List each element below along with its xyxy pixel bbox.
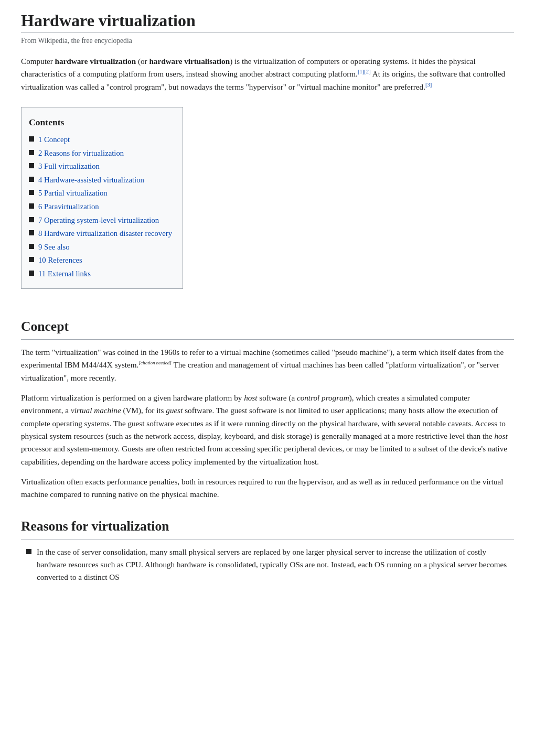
section-concept-title: Concept — [21, 316, 514, 340]
intro-bold2: hardware virtualisation — [149, 57, 230, 66]
toc-link-11[interactable]: 11 External links — [38, 268, 91, 280]
toc-bullet-icon — [29, 150, 34, 155]
concept-para1: The term "virtualization" was coined in … — [21, 346, 514, 384]
cite-3[interactable]: [3] — [425, 82, 432, 88]
reasons-item-1-text: In the case of server consolidation, man… — [37, 546, 514, 584]
toc-item-1[interactable]: 1 Concept — [29, 134, 172, 146]
toc-bullet-icon — [29, 177, 34, 182]
reasons-bullet-icon — [26, 549, 31, 554]
concept-para2-end: processor and system-memory. Guests are … — [21, 444, 507, 466]
cite-needed: [citation needed] — [138, 360, 171, 365]
toc-item-2[interactable]: 2 Reasons for virtualization — [29, 147, 172, 160]
toc-item-11[interactable]: 11 External links — [29, 268, 172, 280]
toc-link-1[interactable]: 1 Concept — [38, 134, 70, 146]
toc-item-6[interactable]: 6 Paravirtualization — [29, 201, 172, 213]
concept-para2-mid3: (VM), for its — [121, 406, 166, 415]
toc-item-5[interactable]: 5 Partial virtualization — [29, 187, 172, 200]
cite-2[interactable]: [2] — [364, 69, 370, 74]
concept-host2-italic: host — [494, 431, 507, 440]
toc-list: 1 Concept 2 Reasons for virtualization 3… — [29, 134, 172, 280]
toc-item-9[interactable]: 9 See also — [29, 241, 172, 254]
toc-link-7[interactable]: 7 Operating system-level virtualization — [38, 214, 159, 227]
toc-link-6[interactable]: 6 Paravirtualization — [38, 201, 99, 213]
cite-1[interactable]: [1] — [358, 69, 364, 74]
section-reasons-title: Reasons for virtualization — [21, 516, 514, 539]
toc-link-5[interactable]: 5 Partial virtualization — [38, 187, 108, 200]
reasons-item-1: In the case of server consolidation, man… — [26, 546, 514, 584]
concept-para3: Virtualization often exacts performance … — [21, 476, 514, 501]
toc-link-8[interactable]: 8 Hardware virtualization disaster recov… — [38, 228, 172, 240]
intro-text-before-bold1: Computer — [21, 57, 55, 66]
toc-item-8[interactable]: 8 Hardware virtualization disaster recov… — [29, 228, 172, 240]
toc-item-3[interactable]: 3 Full virtualization — [29, 160, 172, 173]
concept-control-italic: control program — [297, 393, 349, 402]
toc-link-2[interactable]: 2 Reasons for virtualization — [38, 147, 124, 160]
toc-bullet-icon — [29, 163, 34, 168]
page-title: Hardware virtualization — [21, 10, 514, 33]
page-subtitle: From Wikipedia, the free encyclopedia — [21, 35, 514, 47]
concept-para2: Platform virtualization is performed on … — [21, 392, 514, 468]
toc-item-4[interactable]: 4 Hardware-assisted virtualization — [29, 174, 172, 187]
toc-bullet-icon — [29, 217, 34, 222]
toc-title: Contents — [29, 115, 172, 129]
toc-bullet-icon — [29, 271, 34, 276]
table-of-contents: Contents 1 Concept 2 Reasons for virtual… — [21, 107, 183, 289]
toc-link-3[interactable]: 3 Full virtualization — [38, 160, 100, 173]
concept-para2-before: Platform virtualization is performed on … — [21, 393, 244, 402]
concept-vm-italic: virtual machine — [71, 406, 121, 415]
concept-host-italic: host — [244, 393, 257, 402]
toc-bullet-icon — [29, 136, 34, 142]
intro-bold1: hardware virtualization — [55, 57, 136, 66]
reasons-list: In the case of server consolidation, man… — [21, 546, 514, 584]
intro-paragraph: Computer hardware virtualization (or har… — [21, 55, 514, 93]
toc-bullet-icon — [29, 203, 34, 209]
toc-bullet-icon — [29, 190, 34, 195]
toc-item-10[interactable]: 10 References — [29, 254, 172, 267]
concept-para2-mid1: software (a — [257, 393, 296, 402]
toc-link-10[interactable]: 10 References — [38, 254, 82, 267]
toc-bullet-icon — [29, 257, 34, 262]
toc-bullet-icon — [29, 244, 34, 249]
toc-link-9[interactable]: 9 See also — [38, 241, 70, 254]
concept-guest-italic: guest — [166, 406, 183, 415]
toc-link-4[interactable]: 4 Hardware-assisted virtualization — [38, 174, 144, 187]
toc-bullet-icon — [29, 230, 34, 235]
toc-item-7[interactable]: 7 Operating system-level virtualization — [29, 214, 172, 227]
intro-text-middle1: (or — [136, 57, 149, 66]
